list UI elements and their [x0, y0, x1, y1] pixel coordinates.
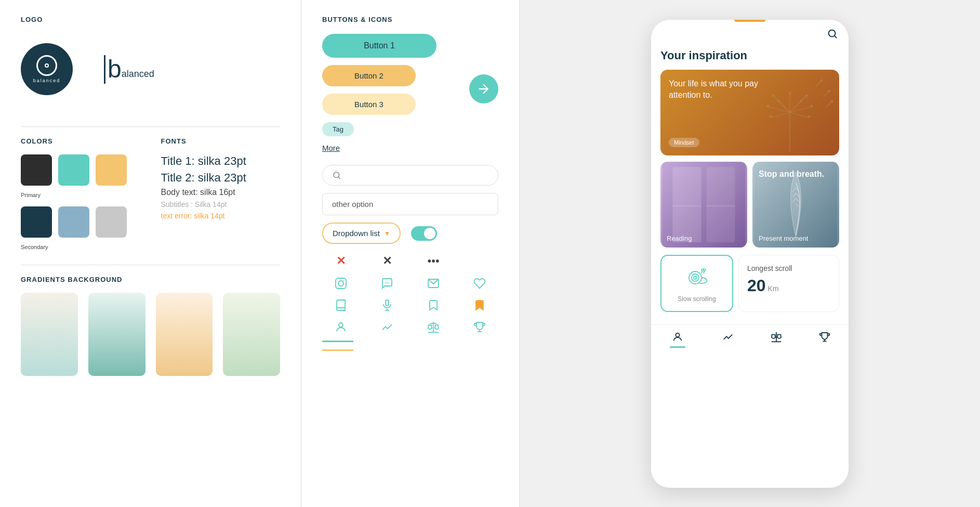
svg-point-3: [338, 281, 343, 286]
main-card-quote: Your life is what you pay attention to.: [669, 78, 762, 101]
close-dark-icon[interactable]: ✕: [368, 254, 405, 268]
nav-item-chart[interactable]: [722, 331, 734, 348]
chat-icon[interactable]: [368, 277, 405, 290]
bookmark-outline-icon[interactable]: [415, 299, 452, 311]
bottom-stats-row: Slow scrolling Longest scroll 20 Km: [660, 255, 839, 317]
nav-person-icon: [672, 331, 683, 343]
arrow-button[interactable]: [469, 74, 498, 103]
colors-fonts-row: COLORS Primary Secondary FONTS: [21, 137, 280, 254]
buttons-icons-title: BUTTONS & ICONS: [322, 16, 498, 23]
svg-point-7: [388, 282, 389, 283]
logo-text-variant: b alanced: [104, 55, 154, 84]
longest-scroll-title: Longest scroll: [747, 264, 830, 273]
nav-chart-icon: [722, 331, 734, 343]
logo-section: LOGO balanced b alanced: [21, 16, 280, 111]
reading-card[interactable]: Reading: [660, 162, 747, 248]
person-icon[interactable]: [322, 321, 359, 333]
dropdown-label: Dropdown list: [333, 229, 380, 238]
divider-1: [21, 126, 280, 127]
logo-row: balanced b alanced: [21, 33, 280, 111]
primary-swatches-row: [21, 154, 140, 186]
toggle-switch[interactable]: [411, 226, 437, 241]
font-body: Body text: silka 16pt: [161, 188, 281, 197]
svg-point-59: [704, 269, 706, 271]
logo-section-title: LOGO: [21, 16, 280, 23]
icon-grid: ✕ ✕ •••: [322, 254, 498, 333]
svg-point-4: [343, 280, 344, 281]
main-card-tag: Mindset: [669, 138, 699, 147]
nav-item-trophy[interactable]: [819, 331, 830, 348]
empty-icon-1: [461, 254, 498, 268]
divider-2: [21, 265, 280, 265]
slow-scrolling-card[interactable]: Slow scrolling: [660, 255, 733, 312]
heart-icon[interactable]: [461, 277, 498, 290]
secondary-swatches-row: [21, 206, 140, 238]
gradients-title: GRADIENTS BACKGROUND: [21, 276, 280, 283]
small-cards-row: Reading: [660, 162, 839, 248]
right-panel: Your inspiration: [520, 0, 980, 507]
svg-point-20: [829, 30, 836, 36]
search-bar[interactable]: [322, 165, 498, 186]
svg-rect-49: [707, 167, 735, 242]
button-1[interactable]: Button 1: [322, 34, 436, 58]
instagram-icon[interactable]: [322, 277, 359, 290]
gradients-section: GRADIENTS BACKGROUND: [21, 276, 280, 376]
more-link[interactable]: More: [322, 144, 498, 152]
mic-icon[interactable]: [368, 299, 405, 311]
primary-label: Primary: [21, 192, 140, 198]
present-moment-label: Present moment: [759, 235, 808, 242]
logo-ring: [36, 55, 57, 76]
slow-scrolling-label: Slow scrolling: [678, 295, 716, 303]
svg-point-6: [387, 282, 388, 283]
more-dots-icon[interactable]: •••: [415, 254, 452, 268]
bookmark-filled-icon[interactable]: [461, 299, 498, 311]
logo-ring-dot: [45, 63, 49, 68]
longest-scroll-card: Longest scroll 20 Km: [738, 255, 839, 312]
swatch-teal: [58, 154, 89, 186]
book-icon[interactable]: [322, 299, 359, 311]
logo-circle: balanced: [21, 43, 73, 95]
tag-button[interactable]: Tag: [322, 122, 354, 136]
phone-frame: Your inspiration: [651, 20, 849, 488]
middle-panel: BUTTONS & ICONS Button 1 Button 2 Button…: [301, 0, 520, 507]
nav-item-balance[interactable]: [771, 331, 782, 348]
balance-icon[interactable]: [415, 321, 452, 333]
close-red-icon[interactable]: ✕: [322, 254, 359, 268]
nav-item-person[interactable]: [670, 331, 685, 348]
logo-b-letter: b: [108, 57, 122, 82]
fonts-title: FONTS: [161, 137, 281, 145]
dropdown-button[interactable]: Dropdown list ▼: [322, 223, 401, 244]
gradient-1: [21, 293, 78, 376]
active-tab-indicator: [322, 341, 353, 342]
svg-point-54: [692, 274, 699, 281]
svg-rect-2: [336, 278, 346, 289]
colors-title: COLORS: [21, 137, 140, 145]
phone-content: Your inspiration: [651, 20, 849, 317]
gradient-3: [156, 293, 213, 376]
button-3[interactable]: Button 3: [322, 94, 416, 115]
main-inspiration-card[interactable]: Your life is what you pay attention to. …: [660, 70, 839, 155]
phone-search-icon[interactable]: [827, 28, 838, 42]
svg-line-21: [835, 36, 837, 38]
nav-balance-icon: [771, 331, 782, 343]
svg-point-53: [689, 271, 701, 284]
button-2[interactable]: Button 2: [322, 65, 416, 86]
icon-divider: [322, 349, 353, 351]
reading-card-label: Reading: [667, 235, 692, 242]
trophy-icon[interactable]: [461, 321, 498, 333]
left-panel: LOGO balanced b alanced COLORS: [0, 0, 301, 507]
swatch-yellow: [96, 154, 127, 186]
font-title2: Title 2: silka 23pt: [161, 171, 281, 185]
svg-rect-48: [673, 167, 701, 242]
mail-icon[interactable]: [415, 277, 452, 290]
buttons-row: Button 1 Button 2 Button 3 Tag: [322, 34, 498, 144]
swatch-gray: [96, 206, 127, 238]
gradient-2: [88, 293, 145, 376]
present-moment-card[interactable]: Stop and breath. Present moment: [752, 162, 839, 248]
search-icon: [332, 171, 341, 180]
font-subtitle: Subtitles : Silka 14pt: [161, 200, 281, 209]
svg-point-55: [694, 276, 697, 279]
chart-line-icon[interactable]: [368, 321, 405, 333]
font-title1: Title 1: silka 23pt: [161, 154, 281, 168]
primary-swatches-group: Primary: [21, 154, 140, 198]
